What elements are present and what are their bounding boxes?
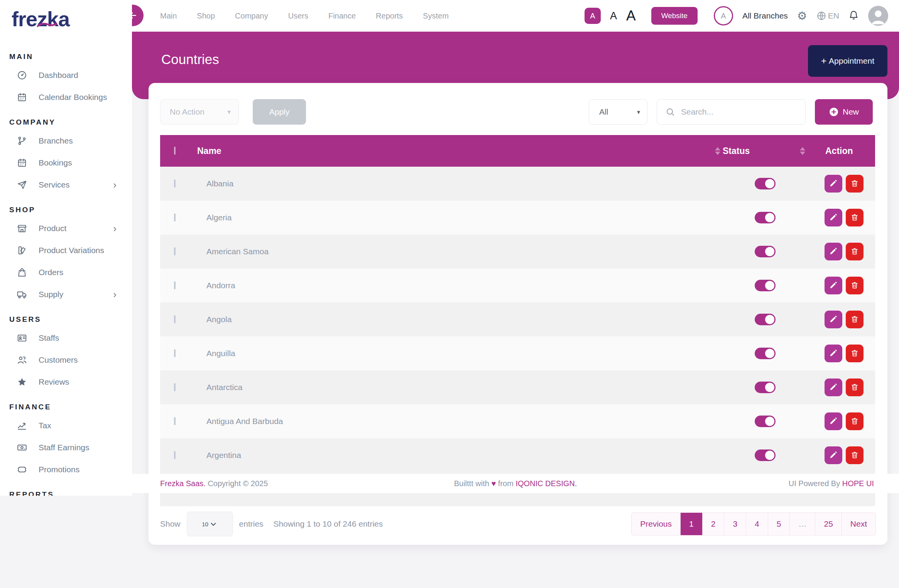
notifications-bell-icon[interactable] xyxy=(848,10,859,22)
trash-icon xyxy=(850,451,859,460)
sidebar-item-orders[interactable]: Orders xyxy=(0,261,132,283)
row-checkbox[interactable] xyxy=(174,451,176,459)
sidebar-item-reviews[interactable]: Reviews xyxy=(0,371,132,393)
topnav-link-finance[interactable]: Finance xyxy=(328,12,356,20)
status-toggle[interactable] xyxy=(755,246,776,257)
branch-avatar[interactable]: A xyxy=(714,6,733,25)
sort-icon[interactable] xyxy=(715,147,720,155)
page-button-2[interactable]: 2 xyxy=(703,513,725,535)
hope-ui-link[interactable]: HOPE UI xyxy=(842,479,874,488)
variations-icon xyxy=(17,245,30,255)
sidebar-item-staff-earnings[interactable]: Staff Earnings xyxy=(0,436,132,458)
sidebar-item-dashboard[interactable]: Dashboard xyxy=(0,64,132,86)
page-button-25[interactable]: 25 xyxy=(815,513,842,535)
page-button-1[interactable]: 1 xyxy=(681,513,703,535)
bulk-action-select[interactable]: No Action ▾ xyxy=(160,99,239,125)
sidebar-item-calendar-bookings[interactable]: Calendar Bookings xyxy=(0,86,132,108)
font-size-medium-button[interactable]: A xyxy=(610,10,617,22)
edit-button[interactable] xyxy=(825,243,842,260)
sidebar-item-promotions[interactable]: Promotions xyxy=(0,458,132,480)
column-header-name[interactable]: Name xyxy=(197,146,221,156)
search-input[interactable] xyxy=(681,107,798,117)
toggle-knob xyxy=(765,213,774,222)
delete-button[interactable] xyxy=(846,412,864,430)
footer-built-mid: from xyxy=(498,479,514,488)
row-checkbox[interactable] xyxy=(174,315,176,323)
delete-button[interactable] xyxy=(846,209,864,226)
delete-button[interactable] xyxy=(846,311,864,328)
row-checkbox[interactable] xyxy=(174,417,176,425)
sort-icon[interactable] xyxy=(800,147,805,155)
row-checkbox[interactable] xyxy=(174,383,176,391)
edit-button[interactable] xyxy=(825,446,842,464)
new-button[interactable]: New xyxy=(815,99,873,125)
topnav-link-shop[interactable]: Shop xyxy=(197,12,215,20)
status-toggle[interactable] xyxy=(755,416,776,427)
sidebar-item-staffs[interactable]: Staffs xyxy=(0,327,132,349)
topnav-link-main[interactable]: Main xyxy=(160,12,177,20)
delete-button[interactable] xyxy=(846,345,864,362)
footer-brand-link[interactable]: Frezka Saas. xyxy=(160,479,206,488)
language-selector[interactable]: EN xyxy=(816,11,839,21)
apply-button[interactable]: Apply xyxy=(253,99,306,125)
edit-button[interactable] xyxy=(825,412,842,430)
sidebar-item-product-variations[interactable]: Product Variations xyxy=(0,239,132,261)
user-avatar[interactable] xyxy=(868,6,888,26)
edit-button[interactable] xyxy=(825,209,842,226)
website-button[interactable]: Website xyxy=(651,7,698,25)
row-checkbox[interactable] xyxy=(174,179,176,188)
row-checkbox[interactable] xyxy=(174,247,176,255)
settings-gear-icon[interactable]: ⚙ xyxy=(797,10,807,22)
column-header-status[interactable]: Status xyxy=(723,146,750,156)
font-size-large-button[interactable]: A xyxy=(626,8,636,24)
delete-button[interactable] xyxy=(846,446,864,464)
sidebar-nav: MAINDashboardCalendar BookingsCOMPANYBra… xyxy=(0,52,132,496)
edit-button[interactable] xyxy=(825,175,842,193)
delete-button[interactable] xyxy=(846,378,864,396)
delete-button[interactable] xyxy=(846,243,864,260)
row-checkbox[interactable] xyxy=(174,349,176,357)
sidebar-item-bookings[interactable]: Bookings xyxy=(0,152,132,174)
sidebar-item-label: Staffs xyxy=(39,333,59,343)
row-checkbox[interactable] xyxy=(174,281,176,289)
edit-button[interactable] xyxy=(825,311,842,328)
status-toggle[interactable] xyxy=(755,348,776,359)
topnav-link-users[interactable]: Users xyxy=(288,12,308,20)
per-page-select[interactable]: 10 xyxy=(187,512,233,536)
search-icon xyxy=(666,107,675,117)
edit-button[interactable] xyxy=(825,345,842,362)
add-appointment-button[interactable]: + Appointment xyxy=(808,45,887,77)
page-button-3[interactable]: 3 xyxy=(724,513,746,535)
topnav-link-system[interactable]: System xyxy=(423,12,449,20)
select-all-checkbox[interactable] xyxy=(174,147,176,155)
edit-button[interactable] xyxy=(825,277,842,294)
row-checkbox[interactable] xyxy=(174,213,176,221)
status-toggle[interactable] xyxy=(755,212,776,223)
font-size-small-button[interactable]: A xyxy=(585,8,601,24)
status-toggle[interactable] xyxy=(755,449,776,461)
sidebar-item-product[interactable]: Product› xyxy=(0,217,132,239)
edit-button[interactable] xyxy=(825,378,842,396)
delete-button[interactable] xyxy=(846,175,864,193)
page-button-next[interactable]: Next xyxy=(842,513,875,535)
sidebar-item-customers[interactable]: Customers xyxy=(0,349,132,371)
app-logo[interactable]: frezka xyxy=(0,0,132,42)
branch-selector[interactable]: All Branches xyxy=(742,11,788,20)
iqonic-design-link[interactable]: IQONIC DESIGN. xyxy=(515,479,577,488)
sidebar-item-supply[interactable]: Supply› xyxy=(0,283,132,305)
status-toggle[interactable] xyxy=(755,280,776,291)
sidebar-item-services[interactable]: Services› xyxy=(0,174,132,196)
sidebar-item-branches[interactable]: Branches xyxy=(0,130,132,152)
pencil-icon xyxy=(829,247,838,257)
topnav-link-company[interactable]: Company xyxy=(235,12,268,20)
page-button-previous[interactable]: Previous xyxy=(632,513,681,535)
status-toggle[interactable] xyxy=(755,382,776,393)
delete-button[interactable] xyxy=(846,277,864,294)
scope-select[interactable]: All ▾ xyxy=(589,99,647,125)
page-button-5[interactable]: 5 xyxy=(768,513,790,535)
status-toggle[interactable] xyxy=(755,314,776,325)
sidebar-item-tax[interactable]: Tax xyxy=(0,414,132,436)
topnav-link-reports[interactable]: Reports xyxy=(376,12,403,20)
status-toggle[interactable] xyxy=(755,178,776,189)
page-button-4[interactable]: 4 xyxy=(746,513,768,535)
